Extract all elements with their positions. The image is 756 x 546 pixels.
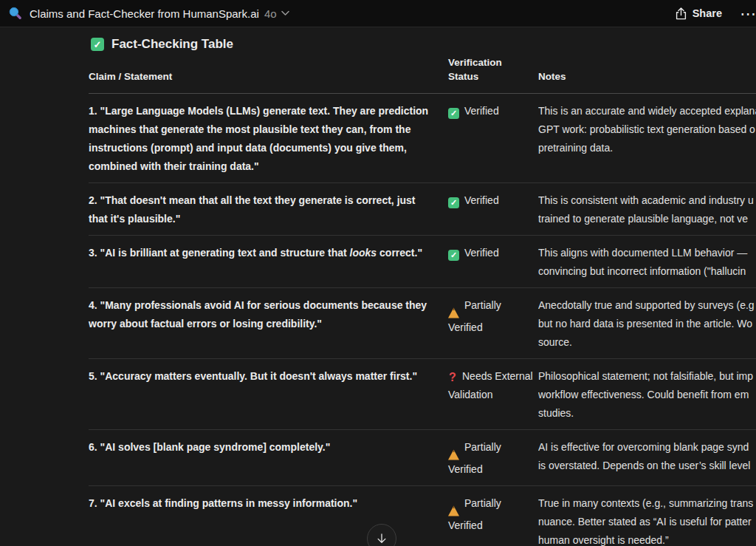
document-title: Claims and Fact-Checker from HumanSpark.…	[30, 7, 259, 20]
status-label: Verified	[464, 105, 499, 117]
claim-cell: 4. "Many professionals avoid AI for seri…	[89, 296, 448, 352]
note-line: trained to generate plausible language, …	[538, 210, 756, 228]
note-line: is overstated. Depends on the user’s ski…	[538, 457, 756, 475]
column-header-claim: Claim / Statement	[89, 69, 448, 83]
note-line: Anecdotally true and supported by survey…	[538, 296, 756, 315]
share-button-label: Share	[693, 7, 722, 19]
note-line: Philosophical statement; not falsifiable…	[538, 367, 756, 386]
partially-status-icon: !	[448, 449, 459, 460]
needs-status-icon: ?	[448, 372, 457, 383]
note-line: GPT work: probabilistic text generation …	[538, 120, 756, 139]
note-line: studies.	[538, 404, 756, 423]
note-line: source.	[538, 333, 756, 352]
table-row: 2. "That doesn't mean that all the text …	[89, 183, 756, 236]
document-title-dropdown[interactable]: Claims and Fact-Checker from HumanSpark.…	[30, 7, 289, 20]
note-line: This is consistent with academic and ind…	[538, 191, 756, 210]
note-line: but no hard data is presented in the art…	[538, 315, 756, 333]
note-line: human oversight is needed.”	[538, 531, 756, 546]
section-heading-label: Fact-Checking Table	[111, 37, 233, 52]
verified-status-icon: ✓	[448, 108, 459, 119]
column-header-status: Verification Status	[448, 55, 538, 83]
note-line: This aligns with documented LLM behavior…	[538, 244, 756, 262]
status-cell: ✓Verified	[448, 244, 538, 281]
app-window: Claims and Fact-Checker from HumanSpark.…	[0, 0, 756, 546]
magnifier-logo-icon	[7, 6, 23, 21]
notes-cell: This is consistent with academic and ind…	[538, 191, 756, 228]
notes-cell: This is an accurate and widely accepted …	[538, 102, 756, 176]
notes-cell: True in many contexts (e.g., summarizing…	[538, 494, 756, 546]
verified-status-icon: ✓	[448, 250, 459, 261]
note-line: This is an accurate and widely accepted …	[538, 102, 756, 120]
table-row: 6. "AI solves [blank page syndrome] comp…	[89, 430, 756, 486]
claim-cell: 1. "Large Language Models (LLMs) generat…	[89, 102, 448, 176]
table-header-row: Claim / Statement Verification Status No…	[89, 54, 756, 94]
share-upload-icon	[676, 7, 687, 20]
table-row: 3. "AI is brilliant at generating text a…	[89, 236, 756, 288]
claim-cell: 2. "That doesn't mean that all the text …	[89, 191, 448, 228]
status-cell: !Partially Verified	[448, 438, 538, 479]
status-cell: !Partially Verified	[448, 494, 538, 546]
share-button[interactable]: Share	[676, 7, 722, 20]
status-cell: ✓Verified	[448, 102, 538, 176]
note-line: convincing but incorrect information ("h…	[538, 262, 756, 281]
canvas-area: ✓ Fact-Checking Table Claim / Statement …	[0, 27, 756, 546]
claim-cell: 6. "AI solves [blank page syndrome] comp…	[89, 438, 448, 479]
more-options-button[interactable]: ⋯	[740, 0, 756, 27]
notes-cell: This aligns with documented LLM behavior…	[538, 244, 756, 281]
note-line: nuance. Better stated as “AI is useful f…	[538, 513, 756, 531]
status-label: Verified	[464, 194, 499, 206]
claim-cell: 3. "AI is brilliant at generating text a…	[89, 244, 448, 281]
claim-cell: 5. "Accuracy matters eventually. But it …	[89, 367, 448, 423]
verified-status-icon: ✓	[448, 197, 459, 208]
arrow-down-icon	[375, 532, 388, 545]
table-row: 1. "Large Language Models (LLMs) generat…	[89, 94, 756, 183]
top-bar: Claims and Fact-Checker from HumanSpark.…	[0, 0, 756, 27]
status-cell: !Partially Verified	[448, 296, 538, 352]
notes-cell: AI is effective for overcoming blank pag…	[538, 438, 756, 479]
column-header-notes: Notes	[538, 69, 756, 83]
section-heading: ✓ Fact-Checking Table	[91, 35, 756, 54]
status-cell: ?Needs External Validation	[448, 367, 538, 423]
status-cell: ✓Verified	[448, 191, 538, 228]
table-row: 4. "Many professionals avoid AI for seri…	[89, 288, 756, 359]
note-line: pretraining data.	[538, 139, 756, 157]
note-line: True in many contexts (e.g., summarizing…	[538, 494, 756, 513]
status-label: Needs External Validation	[448, 370, 533, 400]
table-body: 1. "Large Language Models (LLMs) generat…	[89, 94, 756, 546]
fact-checking-table: Claim / Statement Verification Status No…	[89, 54, 756, 546]
chevron-down-icon	[281, 10, 289, 16]
notes-cell: Anecdotally true and supported by survey…	[538, 296, 756, 352]
model-label: 4o	[264, 7, 277, 20]
partially-status-icon: !	[448, 307, 459, 318]
status-label: Verified	[464, 247, 499, 259]
notes-cell: Philosophical statement; not falsifiable…	[538, 367, 756, 423]
note-line: workflow effectiveness. Could benefit fr…	[538, 386, 756, 404]
table-row: 7. "AI excels at finding patterns in mes…	[89, 486, 756, 546]
table-row: 5. "Accuracy matters eventually. But it …	[89, 359, 756, 430]
partially-status-icon: !	[448, 505, 459, 516]
check-emoji-icon: ✓	[91, 38, 104, 51]
note-line: AI is effective for overcoming blank pag…	[538, 438, 756, 457]
